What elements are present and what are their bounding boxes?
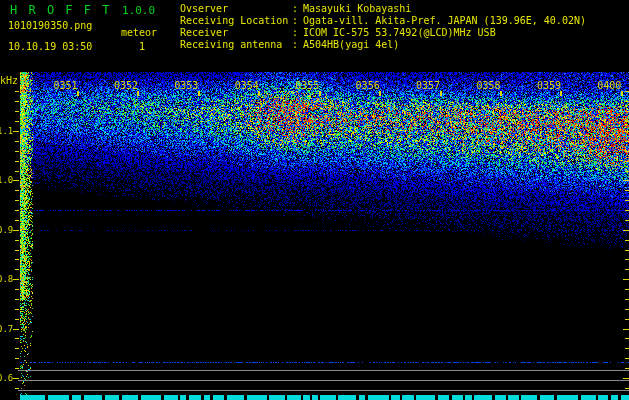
spectrogram-canvas [0,0,629,400]
hrofft-output-screen: H R O F F T 1.0.0 1010190350.png meteor … [0,0,629,400]
